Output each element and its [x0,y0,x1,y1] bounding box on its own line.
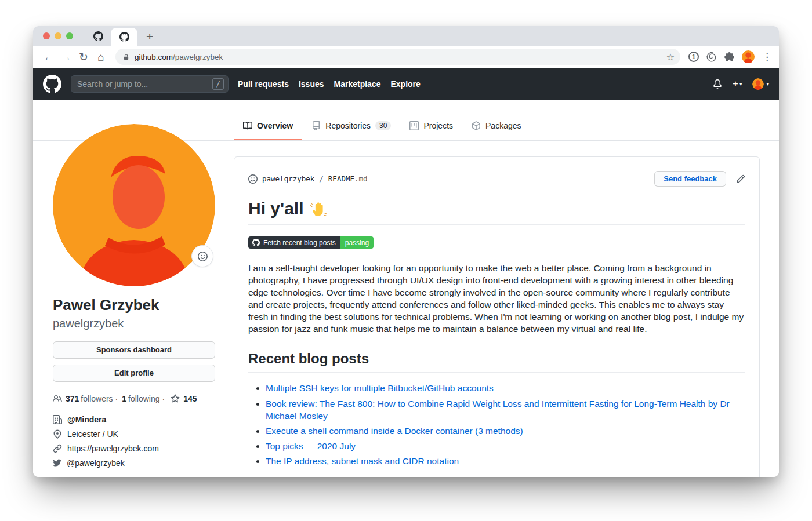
post-link[interactable]: Multiple SSH keys for multiple Bitbucket… [266,383,494,393]
organization-icon [53,415,62,424]
tab-github-active[interactable] [111,28,137,46]
sponsors-dashboard-button[interactable]: Sponsors dashboard [53,341,215,359]
profile-username: pawelgrzybek [53,315,215,332]
twitter-icon [53,458,61,467]
tab-github-pinned[interactable] [88,26,108,46]
post-link[interactable]: Top picks — 2020 July [266,441,356,451]
browser-window: + ← → ↻ ⌂ github.com /pawelgrzybek ☆ 1 ⋮… [33,26,779,477]
list-item: The IP address, subnet mask and CIDR not… [266,455,745,467]
user-menu-dropdown[interactable]: ▾ [752,78,769,90]
stars-count[interactable]: 145 [183,394,197,403]
link-icon [53,444,62,453]
profile-sidebar: Pawel Grzybek pawelgrzybek Sponsors dash… [53,141,215,477]
list-item: Multiple SSH keys for multiple Bitbucket… [266,382,745,394]
create-new-dropdown[interactable]: + ▾ [733,78,742,90]
github-nav: Pull requests Issues Marketplace Explore [238,79,420,89]
back-icon[interactable]: ← [40,52,57,63]
browser-menu-icon[interactable]: ⋮ [762,51,772,63]
list-item: Book review: The Fast 800: How to Combin… [266,398,745,422]
followers-count[interactable]: 371 [66,394,79,403]
repo-icon [311,121,321,130]
badge-label: Fetch recent blog posts [263,239,336,246]
github-header-right: + ▾ ▾ [713,78,769,90]
nav-pull-requests[interactable]: Pull requests [238,79,289,89]
post-link[interactable]: The IP address, subnet mask and CIDR not… [266,456,459,466]
edit-profile-button[interactable]: Edit profile [53,365,215,382]
tab-overview[interactable]: Overview [234,113,302,140]
address-bar[interactable]: github.com /pawelgrzybek ☆ [115,49,680,65]
workflow-status-badge[interactable]: Fetch recent blog posts passing [248,236,374,249]
book-icon [243,121,252,130]
caret-down-icon: ▾ [766,81,769,87]
browser-profile-avatar[interactable] [742,50,755,63]
close-window-button[interactable] [43,32,50,39]
window-controls [43,32,73,39]
minimize-window-button[interactable] [55,32,61,39]
list-item: Top picks — 2020 July [266,440,745,452]
browser-toolbar: ← → ↻ ⌂ github.com /pawelgrzybek ☆ 1 ⋮ [33,46,779,68]
readme-bio: I am a self-taught developer looking for… [248,262,745,335]
notifications-bell-icon[interactable] [713,79,722,89]
project-icon [409,121,419,130]
bookmark-star-icon[interactable]: ☆ [666,52,675,63]
people-icon [53,394,62,403]
list-item: Execute a shell command inside a Docker … [266,425,745,437]
extensions-area: 1 ⋮ [688,50,772,63]
detail-organization[interactable]: @Mindera [53,415,215,424]
avatar-image [53,124,215,286]
search-input[interactable] [77,79,212,89]
tab-repositories[interactable]: Repositories 30 [302,113,400,140]
nav-explore[interactable]: Explore [390,79,420,89]
tab-projects[interactable]: Projects [400,113,462,140]
send-feedback-button[interactable]: Send feedback [654,171,726,187]
profile-avatar[interactable] [53,124,215,286]
plus-icon: + [733,78,738,90]
tab-packages[interactable]: Packages [462,113,530,140]
readme-card: pawelgrzybek / README.md Send feedback H… [234,156,760,477]
smiley-icon [248,174,258,184]
detail-location: Leicester / UK [53,429,215,439]
post-link[interactable]: Execute a shell command inside a Docker … [266,426,523,436]
package-icon [472,121,481,130]
home-icon[interactable]: ⌂ [92,52,110,63]
recent-posts-list: Multiple SSH keys for multiple Bitbucket… [248,382,745,467]
recent-posts-heading: Recent blog posts [248,351,745,373]
badge-octocat-icon [252,239,260,246]
set-status-button[interactable] [191,245,213,267]
detail-website[interactable]: https://pawelgrzybek.com [53,444,215,453]
edit-readme-pencil-icon[interactable] [736,174,745,184]
profile-page: Overview Repositories 30 Projects Packag… [33,100,779,477]
star-icon [171,394,180,403]
reload-icon[interactable]: ↻ [75,52,92,63]
profile-main: pawelgrzybek / README.md Send feedback H… [234,141,760,477]
readme-title: Hi y'all [248,199,745,225]
following-label[interactable]: following [128,394,160,403]
extensions-puzzle-icon[interactable] [724,52,734,62]
github-favicon [119,32,129,42]
nav-marketplace[interactable]: Marketplace [334,79,381,89]
followers-label[interactable]: followers [81,394,113,403]
lock-icon [122,53,130,61]
new-tab-button[interactable]: + [146,30,153,42]
detail-twitter[interactable]: @pawelgrzybek [53,458,215,468]
readme-path-link[interactable]: pawelgrzybek / README.md [248,174,368,184]
extension-one-icon[interactable]: 1 [688,52,699,62]
profile-details: @Mindera Leicester / UK https://pawelgrz… [53,415,215,468]
post-link[interactable]: Book review: The Fast 800: How to Combin… [266,399,730,421]
wave-emoji-icon [310,200,327,217]
github-logo-icon[interactable] [43,75,61,93]
nav-issues[interactable]: Issues [299,79,324,89]
follow-stats: 371 followers · 1 following · 145 [53,394,215,403]
caret-down-icon: ▾ [740,81,742,87]
url-host: github.com [135,53,173,61]
fullscreen-window-button[interactable] [66,32,73,39]
forward-icon[interactable]: → [57,52,75,63]
github-search[interactable]: / [71,75,229,93]
slash-key-hint: / [212,78,224,90]
github-favicon [93,31,103,41]
github-header: / Pull requests Issues Marketplace Explo… [33,68,779,100]
user-avatar-small [752,78,764,90]
extension-spiral-icon[interactable] [706,52,717,62]
following-count[interactable]: 1 [122,394,126,403]
location-icon [53,429,62,439]
